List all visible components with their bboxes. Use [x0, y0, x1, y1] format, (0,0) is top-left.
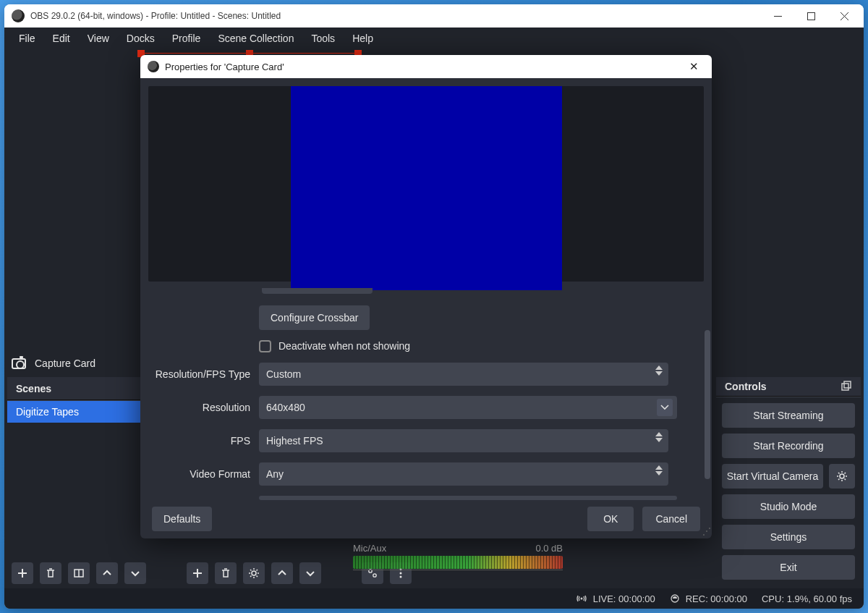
checkbox-icon — [259, 340, 271, 352]
mixer-track-name: Mic/Aux — [353, 543, 386, 554]
obs-logo-icon — [12, 9, 25, 22]
dialog-form: Configure Crossbar Deactivate when not s… — [140, 289, 712, 500]
dialog-footer: Defaults OK Cancel — [140, 500, 712, 538]
menu-tools[interactable]: Tools — [302, 29, 344, 48]
source-add-button[interactable] — [187, 562, 208, 584]
record-icon — [670, 593, 680, 604]
dialog-title: Properties for 'Capture Card' — [165, 62, 284, 72]
video-format-select[interactable]: Any — [259, 462, 668, 486]
svg-rect-10 — [842, 384, 848, 390]
scene-delete-button[interactable] — [40, 562, 61, 584]
mixer-track-level: 0.0 dB — [535, 543, 563, 554]
deactivate-checkbox[interactable]: Deactivate when not showing — [259, 340, 702, 352]
svg-point-9 — [400, 576, 402, 578]
settings-button[interactable]: Settings — [722, 525, 855, 549]
menu-file[interactable]: File — [10, 29, 44, 48]
audio-meter — [353, 556, 563, 569]
exit-button[interactable]: Exit — [722, 555, 855, 580]
window-maximize-button[interactable] — [794, 4, 827, 28]
vertical-scrollbar[interactable] — [705, 330, 710, 479]
menu-view[interactable]: View — [79, 29, 118, 48]
status-live: LIVE: 00:00:00 — [576, 593, 655, 604]
svg-point-12 — [840, 474, 844, 478]
resize-grip-icon[interactable]: ⋰ — [702, 526, 710, 536]
window-title: OBS 29.0.2 (64-bit, windows) - Profile: … — [30, 11, 281, 21]
fps-label: FPS — [150, 435, 259, 447]
scene-up-button[interactable] — [96, 562, 118, 584]
obs-logo-icon — [148, 61, 159, 72]
virtual-camera-settings-button[interactable] — [829, 464, 855, 489]
menu-profile[interactable]: Profile — [163, 29, 210, 48]
dialog-preview — [148, 86, 704, 281]
statusbar: LIVE: 00:00:00 REC: 00:00:00 CPU: 1.9%, … — [4, 588, 864, 609]
menu-scene-collection[interactable]: Scene Collection — [209, 29, 302, 48]
start-recording-button[interactable]: Start Recording — [722, 434, 855, 458]
source-up-button[interactable] — [271, 562, 293, 584]
menu-help[interactable]: Help — [344, 29, 382, 48]
source-properties-button[interactable] — [243, 562, 265, 584]
source-delete-button[interactable] — [215, 562, 237, 584]
broadcast-icon — [576, 593, 587, 604]
sources-toolbar — [182, 561, 350, 585]
status-rec: REC: 00:00:00 — [670, 593, 747, 604]
scenes-toolbar — [7, 561, 175, 585]
defaults-button[interactable]: Defaults — [152, 507, 212, 531]
source-label-row: Capture Card — [12, 358, 95, 369]
resolution-label: Resolution — [150, 402, 259, 413]
horizontal-scrollbar[interactable] — [259, 496, 677, 500]
resolution-select[interactable]: 640x480 — [259, 396, 677, 419]
svg-rect-11 — [844, 381, 851, 388]
video-format-label: Video Format — [150, 468, 259, 480]
res-fps-type-label: Resolution/FPS Type — [150, 368, 259, 380]
source-name: Capture Card — [35, 358, 95, 369]
dialog-titlebar[interactable]: Properties for 'Capture Card' ✕ — [140, 55, 712, 78]
cancel-button[interactable]: Cancel — [642, 507, 700, 531]
scene-add-button[interactable] — [12, 562, 33, 584]
window-close-button[interactable] — [827, 4, 861, 28]
properties-dialog: Properties for 'Capture Card' ✕ Configur… — [140, 55, 712, 538]
svg-point-4 — [252, 571, 256, 575]
status-cpu: CPU: 1.9%, 60.00 fps — [762, 593, 852, 604]
titlebar: OBS 29.0.2 (64-bit, windows) - Profile: … — [4, 4, 864, 28]
scene-down-button[interactable] — [124, 562, 146, 584]
controls-dock: Controls Start Streaming Start Recording… — [716, 377, 861, 585]
deactivate-label: Deactivate when not showing — [278, 340, 410, 352]
start-virtual-camera-button[interactable]: Start Virtual Camera — [722, 464, 823, 489]
camera-icon — [12, 358, 26, 369]
controls-header[interactable]: Controls — [716, 377, 861, 397]
svg-rect-1 — [807, 12, 814, 20]
ok-button[interactable]: OK — [587, 507, 634, 531]
truncated-field-stub — [262, 288, 373, 294]
studio-mode-button[interactable]: Studio Mode — [722, 494, 855, 519]
menubar: File Edit View Docks Profile Scene Colle… — [4, 28, 864, 49]
popout-icon[interactable] — [841, 381, 852, 392]
scene-filters-button[interactable] — [68, 562, 90, 584]
menu-docks[interactable]: Docks — [118, 29, 163, 48]
dialog-close-button[interactable]: ✕ — [683, 60, 705, 73]
mixer-track: Mic/Aux 0.0 dB — [353, 543, 563, 575]
fps-select[interactable]: Highest FPS — [259, 429, 668, 452]
preview-feed — [291, 86, 562, 290]
svg-point-13 — [580, 598, 582, 600]
start-streaming-button[interactable]: Start Streaming — [722, 403, 855, 428]
menu-edit[interactable]: Edit — [44, 29, 79, 48]
res-fps-type-select[interactable]: Custom — [259, 363, 668, 386]
source-down-button[interactable] — [299, 562, 321, 584]
configure-crossbar-button[interactable]: Configure Crossbar — [259, 305, 370, 330]
window-minimize-button[interactable] — [761, 4, 794, 28]
controls-title: Controls — [725, 381, 767, 392]
